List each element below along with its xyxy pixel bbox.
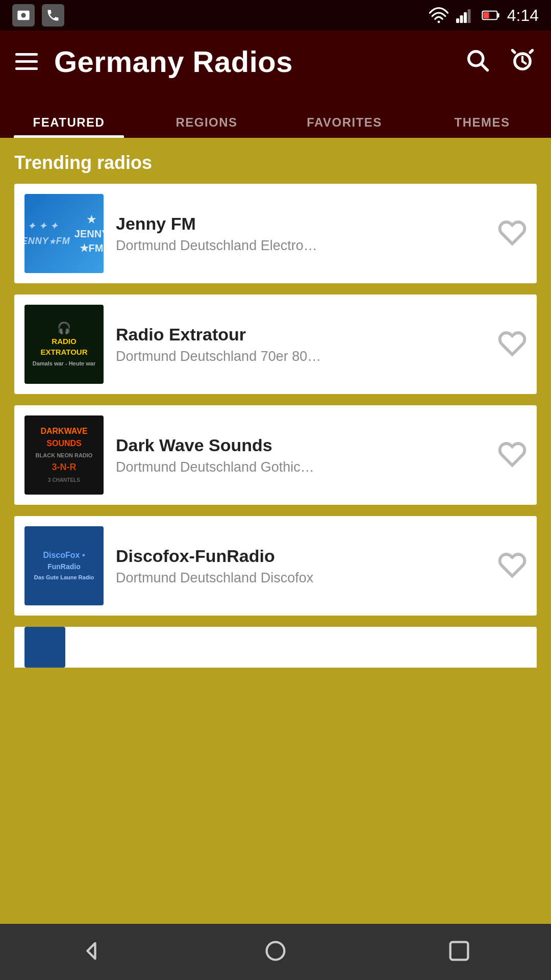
svg-rect-5 (464, 12, 467, 23)
radio-name: Dark Wave Sounds (116, 435, 486, 455)
svg-rect-4 (460, 15, 463, 23)
status-bar: 4:14 (0, 0, 551, 31)
home-button[interactable] (262, 938, 289, 966)
svg-point-2 (437, 20, 440, 23)
battery-icon (482, 7, 500, 23)
svg-rect-6 (467, 9, 470, 23)
favorite-button-darkwave[interactable] (498, 440, 527, 471)
svg-line-14 (522, 61, 526, 63)
radio-desc: Dortmund Deutschland Gothic… (116, 459, 486, 475)
back-button[interactable] (79, 938, 105, 966)
main-content: Trending radios ✦ ✦ ✦JENNY★FM Jenny FM D… (0, 138, 551, 734)
toolbar: Germany Radios (0, 31, 551, 92)
radio-info-discofox: Discofox-FunRadio Dortmund Deutschland D… (116, 546, 486, 586)
radio-name: Jenny FM (116, 214, 486, 234)
tab-featured[interactable]: FEATURED (0, 115, 138, 138)
toolbar-actions (464, 47, 536, 76)
time-display: 4:14 (507, 6, 539, 25)
tab-themes[interactable]: THEMES (413, 115, 551, 138)
section-title: Trending radios (0, 152, 551, 184)
signal-icon (456, 7, 474, 23)
radio-name: Discofox-FunRadio (116, 546, 486, 566)
toolbar-left: Germany Radios (15, 44, 293, 79)
tab-regions[interactable]: REGIONS (138, 115, 276, 138)
radio-name: Radio Extratour (116, 325, 486, 345)
menu-button[interactable] (15, 53, 38, 70)
page-title: Germany Radios (54, 44, 293, 79)
radio-info-jenny-fm: Jenny FM Dortmund Deutschland Electro… (116, 214, 486, 254)
radio-card-jenny-fm[interactable]: ✦ ✦ ✦JENNY★FM Jenny FM Dortmund Deutschl… (14, 184, 537, 283)
search-button[interactable] (464, 47, 491, 76)
wifi-icon (429, 7, 449, 23)
thumb-extratour: 🎧 RADIO EXTRATOUR Damals war - Heute war (24, 305, 104, 384)
recents-button[interactable] (446, 938, 472, 966)
radio-card-discofox[interactable]: DiscoFox • FunRadio Das Gute Laune Radio… (14, 516, 537, 616)
radio-info-darkwave: Dark Wave Sounds Dortmund Deutschland Go… (116, 435, 486, 475)
thumb-jenny-fm: ✦ ✦ ✦JENNY★FM (24, 194, 104, 273)
svg-point-16 (267, 942, 285, 960)
radio-card-darkwave[interactable]: DARKWAVE SOUNDS BLACK NEON RADIO 3-N-R 3… (14, 405, 537, 505)
alarm-button[interactable] (509, 47, 536, 76)
thumb-darkwave: DARKWAVE SOUNDS BLACK NEON RADIO 3-N-R 3… (24, 415, 104, 495)
radio-desc: Dortmund Deutschland Electro… (116, 238, 486, 254)
thumb-discofox: DiscoFox • FunRadio Das Gute Laune Radio (24, 526, 104, 605)
radio-card-extratour[interactable]: 🎧 RADIO EXTRATOUR Damals war - Heute war… (14, 295, 537, 394)
radio-desc: Dortmund Deutschland Discofox (116, 570, 486, 586)
svg-rect-9 (483, 12, 489, 18)
thumb-partial (24, 627, 65, 668)
radio-card-partial[interactable] (14, 627, 537, 668)
radio-info-extratour: Radio Extratour Dortmund Deutschland 70e… (116, 325, 486, 364)
svg-line-11 (482, 64, 488, 70)
svg-rect-17 (450, 942, 468, 960)
favorite-button-jenny-fm[interactable] (498, 218, 527, 249)
svg-rect-8 (497, 13, 499, 17)
photo-icon (12, 4, 35, 27)
tab-bar: FEATURED REGIONS FAVORITES THEMES (0, 92, 551, 138)
svg-point-1 (21, 13, 26, 17)
svg-rect-3 (456, 18, 459, 23)
status-bar-right: 4:14 (429, 6, 539, 25)
status-bar-left (12, 4, 64, 27)
tab-favorites[interactable]: FAVORITES (276, 115, 413, 138)
phone-icon (42, 4, 64, 27)
bottom-nav (0, 924, 551, 980)
radio-desc: Dortmund Deutschland 70er 80… (116, 349, 486, 364)
favorite-button-extratour[interactable] (498, 329, 527, 360)
favorite-button-discofox[interactable] (498, 551, 527, 581)
svg-marker-15 (87, 943, 95, 959)
